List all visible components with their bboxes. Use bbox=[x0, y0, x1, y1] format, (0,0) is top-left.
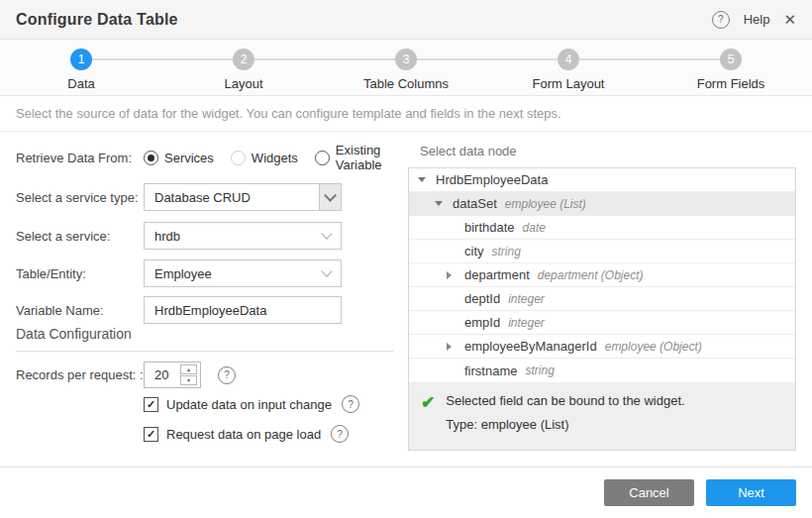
records-per-request-label: Records per request: : bbox=[16, 367, 144, 382]
step-circle: 5 bbox=[720, 49, 742, 70]
step-form-layout[interactable]: 4 Form Layout bbox=[487, 40, 650, 95]
retrieve-source-radio-group: Services Widgets Existing Variable bbox=[144, 143, 396, 172]
caret-right-icon[interactable] bbox=[447, 343, 452, 351]
tree-node-firstname[interactable]: firstname string bbox=[409, 359, 795, 382]
dialog-footer: Cancel Next bbox=[0, 466, 812, 518]
service-row: Select a service: hrdb bbox=[16, 222, 342, 250]
radio-unselected-icon bbox=[315, 151, 330, 165]
service-type-label: Select a service type: bbox=[16, 190, 144, 205]
stepper-steps: 1 Data 2 Layout 3 Table Columns 4 Form L… bbox=[0, 40, 812, 95]
tree-node-deptid[interactable]: deptId integer bbox=[409, 287, 795, 311]
tree-node-type: integer bbox=[508, 316, 545, 330]
service-select[interactable]: hrdb bbox=[144, 222, 342, 250]
tree-node-type: employee (List) bbox=[505, 197, 586, 211]
tree-node-department[interactable]: department department (Object) bbox=[409, 263, 795, 287]
header-actions: ? Help ✕ bbox=[712, 11, 796, 29]
radio-label: Widgets bbox=[252, 151, 298, 165]
service-value: hrdb bbox=[145, 229, 323, 244]
step-circle: 3 bbox=[395, 49, 417, 70]
table-entity-select[interactable]: Employee bbox=[144, 259, 342, 287]
tree-node-employeebymanagerid[interactable]: employeeByManagerId employee (Object) bbox=[409, 335, 795, 359]
request-data-help-icon[interactable]: ? bbox=[331, 425, 349, 443]
section-divider bbox=[16, 351, 394, 352]
tree-node-dataset[interactable]: dataSet employee (List) bbox=[409, 192, 795, 216]
next-button[interactable]: Next bbox=[706, 479, 796, 506]
variable-name-row: Variable Name: bbox=[16, 296, 342, 324]
close-icon[interactable]: ✕ bbox=[783, 12, 796, 27]
update-data-help-icon[interactable]: ? bbox=[342, 395, 359, 413]
table-entity-label: Table/Entity: bbox=[16, 266, 144, 281]
update-data-checkbox-row: ✓ Update data on input change ? bbox=[144, 395, 359, 413]
tree-node-type: employee (Object) bbox=[605, 340, 702, 354]
select-dropdown-button[interactable] bbox=[319, 184, 341, 210]
stepper-down-icon[interactable]: ▼ bbox=[180, 375, 197, 385]
binding-status-line1: Selected field can be bound to the widge… bbox=[446, 393, 684, 408]
step-label: Data bbox=[67, 76, 94, 91]
request-data-checkbox[interactable]: ✓ bbox=[144, 427, 158, 442]
help-link[interactable]: Help bbox=[744, 12, 770, 27]
radio-label: Services bbox=[164, 151, 214, 165]
wizard-stepper: 1 Data 2 Layout 3 Table Columns 4 Form L… bbox=[0, 40, 812, 96]
tree-node-label: dataSet bbox=[453, 196, 497, 211]
data-configuration-heading: Data Configuration bbox=[16, 326, 132, 342]
tree-node-label: city bbox=[464, 244, 484, 259]
step-circle: 1 bbox=[70, 49, 92, 70]
select-data-node-heading: Select data node bbox=[420, 144, 517, 158]
tree-node-type: date bbox=[523, 221, 546, 235]
step-label: Form Fields bbox=[697, 76, 765, 91]
service-label: Select a service: bbox=[16, 229, 144, 244]
caret-down-icon[interactable] bbox=[418, 177, 426, 182]
step-table-columns[interactable]: 3 Table Columns bbox=[325, 40, 487, 95]
step-circle: 2 bbox=[233, 49, 254, 70]
cancel-button[interactable]: Cancel bbox=[604, 479, 694, 506]
update-data-checkbox[interactable]: ✓ bbox=[144, 397, 158, 412]
step-form-fields[interactable]: 5 Form Fields bbox=[650, 40, 812, 95]
binding-status-line2: Type: employee (List) bbox=[446, 417, 684, 432]
records-per-request-stepper[interactable]: ▲ ▼ bbox=[144, 362, 201, 388]
service-type-select[interactable]: Database CRUD bbox=[144, 183, 342, 211]
radio-services[interactable]: Services bbox=[144, 151, 214, 165]
caret-right-icon[interactable] bbox=[447, 271, 452, 279]
table-entity-value: Employee bbox=[145, 266, 323, 281]
tree-node-empid[interactable]: empId integer bbox=[409, 311, 795, 335]
variable-name-input[interactable] bbox=[144, 296, 342, 324]
records-help-icon[interactable]: ? bbox=[218, 366, 236, 384]
records-per-request-row: Records per request: : ▲ ▼ ? bbox=[16, 362, 236, 388]
tree-node-birthdate[interactable]: birthdate date bbox=[409, 216, 795, 240]
records-per-request-value[interactable] bbox=[145, 366, 180, 383]
stepper-buttons: ▲ ▼ bbox=[180, 364, 197, 385]
tree-node-label: birthdate bbox=[464, 220, 515, 235]
chevron-down-icon bbox=[324, 189, 337, 202]
success-check-icon: ✔ bbox=[421, 394, 435, 439]
tree-node-city[interactable]: city string bbox=[409, 240, 795, 263]
data-source-form: Retrieve Data From: Services Widgets Exi… bbox=[16, 132, 396, 466]
request-data-checkbox-label: Request data on page load bbox=[166, 427, 321, 442]
tree-node-type: integer bbox=[508, 292, 545, 306]
step-data[interactable]: 1 Data bbox=[0, 40, 162, 95]
step-layout[interactable]: 2 Layout bbox=[162, 40, 325, 95]
stepper-up-icon[interactable]: ▲ bbox=[180, 364, 197, 374]
help-icon[interactable]: ? bbox=[712, 11, 730, 29]
table-entity-row: Table/Entity: Employee bbox=[16, 259, 342, 287]
dialog-title: Configure Data Table bbox=[16, 11, 178, 29]
tree-node-label: empId bbox=[464, 315, 500, 330]
radio-existing-variable[interactable]: Existing Variable bbox=[315, 143, 396, 172]
tree-node-hrdbemployeedata[interactable]: HrdbEmployeeData bbox=[409, 168, 795, 192]
service-type-row: Select a service type: Database CRUD bbox=[16, 183, 342, 211]
instruction-text: Select the source of data for the widget… bbox=[0, 95, 812, 132]
caret-down-icon[interactable] bbox=[435, 201, 443, 206]
chevron-down-icon bbox=[321, 265, 332, 276]
data-node-tree: HrdbEmployeeData dataSet employee (List)… bbox=[408, 167, 796, 451]
retrieve-data-from-label: Retrieve Data From: bbox=[16, 151, 144, 165]
tree-node-label: HrdbEmployeeData bbox=[436, 172, 548, 187]
tree-node-type: department (Object) bbox=[538, 268, 644, 282]
radio-selected-icon bbox=[144, 151, 158, 165]
chevron-down-icon bbox=[321, 228, 332, 239]
step-label: Layout bbox=[224, 76, 262, 91]
step-label: Table Columns bbox=[363, 76, 449, 91]
radio-widgets[interactable]: Widgets bbox=[231, 151, 298, 165]
update-data-checkbox-label: Update data on input change bbox=[166, 397, 332, 412]
configure-data-table-dialog: Configure Data Table ? Help ✕ 1 Data 2 L… bbox=[0, 0, 812, 518]
radio-label: Existing Variable bbox=[336, 143, 396, 172]
step-label: Form Layout bbox=[533, 76, 605, 91]
